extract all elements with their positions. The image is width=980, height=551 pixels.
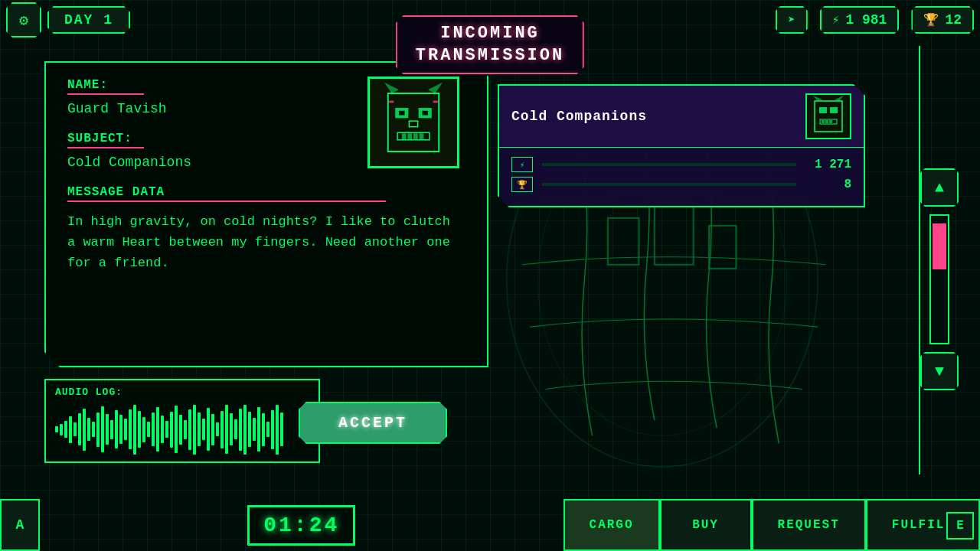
waveform-bar [184, 420, 187, 439]
waveform-bar [138, 411, 141, 448]
waveform-bar [69, 416, 72, 443]
waveform-bar [266, 422, 270, 437]
quest-popup: Cold Companions ⚡ 1 271 🏆 [498, 84, 865, 207]
audio-log-panel: AUDIO LOG: [44, 379, 320, 463]
right-panel-decoration [919, 46, 980, 474]
svg-rect-9 [407, 133, 412, 139]
waveform-bar [271, 410, 274, 449]
stat1-icon: ⚡ [511, 157, 533, 172]
svg-rect-0 [370, 79, 457, 166]
stat2-bar [542, 183, 796, 186]
waveform-bar [230, 413, 233, 445]
waveform-bar [257, 407, 260, 452]
waveform-bar [193, 405, 196, 455]
waveform-bar [83, 409, 86, 451]
waveform-bar [74, 422, 77, 436]
day-badge: DAY 1 [47, 6, 130, 34]
waveform-bar [225, 405, 228, 454]
audio-waveform [55, 403, 309, 456]
quest-stats: ⚡ 1 271 🏆 8 [499, 148, 864, 206]
a-button[interactable]: A [0, 499, 40, 551]
settings-button[interactable]: ⚙ [6, 2, 41, 37]
scroll-track[interactable] [929, 214, 949, 344]
message-label: MESSAGE DATA [67, 185, 466, 199]
scroll-thumb [933, 223, 946, 269]
transmission-header: INCOMINGTRANSMISSION [396, 15, 584, 74]
audio-log-label: AUDIO LOG: [55, 386, 309, 398]
waveform-bar [119, 415, 122, 444]
transmission-title: INCOMINGTRANSMISSION [416, 23, 564, 67]
day-label: DAY 1 [64, 12, 113, 28]
waveform-bar [129, 409, 132, 449]
scroll-up-button[interactable]: ▲ [920, 168, 959, 207]
cargo-label: CARGO [590, 518, 634, 532]
credits-stat-box: ⚡ 1 981 [820, 6, 900, 34]
cargo-button[interactable]: CARGO [564, 499, 660, 551]
request-button[interactable]: REQUEST [752, 499, 866, 551]
bottom-nav: A 01:24 CARGO BUY REQUEST FULFILL [0, 499, 980, 551]
quest-title: Cold Companions [511, 109, 647, 124]
waveform-bar [152, 412, 155, 446]
buy-button[interactable]: BUY [660, 499, 752, 551]
waveform-bar [248, 412, 251, 447]
nav-icon: ➤ [788, 12, 795, 28]
chevron-up-icon: ▲ [935, 179, 944, 197]
quest-stat-row-1: ⚡ 1 271 [511, 157, 851, 172]
waveform-bar [142, 417, 145, 442]
portrait-face [370, 79, 457, 166]
svg-rect-29 [655, 203, 694, 265]
svg-rect-14 [388, 101, 394, 103]
waveform-bar [207, 408, 210, 451]
waveform-bar [198, 412, 201, 446]
trophy-value: 12 [945, 12, 962, 28]
gear-icon: ⚙ [19, 11, 28, 30]
waveform-bar [110, 420, 113, 439]
waveform-bar [106, 414, 109, 445]
nav-stat-box: ➤ [776, 6, 808, 34]
waveform-bar [133, 405, 136, 455]
waveform-bar [96, 412, 100, 447]
name-underline [67, 93, 144, 95]
waveform-bar [211, 414, 214, 445]
trophy-stat-box: 🏆 12 [911, 6, 974, 34]
stat2-value: 8 [805, 178, 851, 191]
e-label: E [956, 519, 964, 533]
message-separator [67, 201, 386, 202]
credits-icon: ⚡ [832, 12, 840, 28]
waveform-bar [276, 405, 279, 455]
stat1-bar [542, 163, 796, 166]
request-label: REQUEST [778, 518, 840, 532]
a-label: A [16, 517, 24, 533]
svg-rect-18 [819, 107, 827, 113]
stat2-icon: 🏆 [511, 177, 533, 192]
svg-rect-22 [825, 120, 828, 123]
waveform-bar [64, 421, 67, 438]
waveform-bar [161, 416, 164, 443]
waveform-bar [101, 406, 104, 452]
svg-rect-21 [822, 120, 825, 123]
waveform-bar [92, 422, 95, 437]
waveform-bar [188, 409, 191, 450]
scroll-down-button[interactable]: ▼ [920, 352, 959, 390]
waveform-bar [262, 413, 265, 446]
quest-portrait-svg [807, 95, 850, 138]
waveform-bar [165, 421, 168, 438]
quest-stat-row-2: 🏆 8 [511, 177, 851, 192]
stat1-value: 1 271 [805, 158, 851, 171]
waveform-bar [87, 418, 90, 441]
svg-rect-30 [709, 226, 737, 269]
chevron-down-icon: ▼ [935, 363, 944, 380]
waveform-bar [220, 411, 224, 448]
trophy-icon: 🏆 [923, 12, 939, 28]
waveform-bar [234, 419, 237, 439]
e-button[interactable]: E [946, 512, 974, 540]
top-right-stats: ➤ ⚡ 1 981 🏆 12 [776, 6, 974, 34]
waveform-bar [253, 418, 256, 441]
quest-portrait [805, 93, 851, 139]
accept-label: ACCEPT [338, 414, 407, 432]
waveform-bar [216, 422, 219, 436]
accept-button[interactable]: ACCEPT [299, 402, 447, 444]
buy-label: BUY [692, 518, 719, 532]
waveform-bar [179, 415, 182, 445]
svg-rect-23 [829, 120, 832, 123]
